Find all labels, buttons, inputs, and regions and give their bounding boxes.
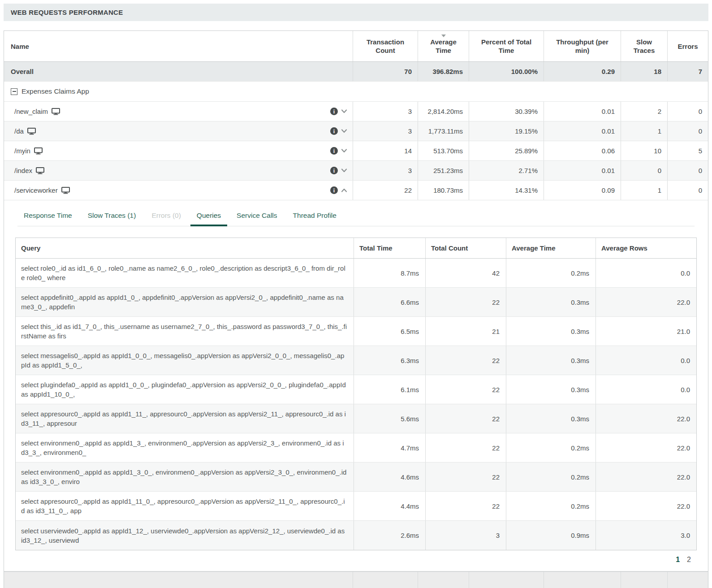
transaction-name[interactable]: /index: [14, 167, 32, 174]
query-average-rows: 22.0: [595, 433, 696, 462]
row-controls: i: [330, 186, 347, 194]
overall-average-time: 396.82ms: [418, 62, 469, 81]
average-time: 251.23ms: [418, 161, 469, 180]
monitor-icon: [36, 167, 44, 174]
query-row: select environmen0_.appId as appId1_3_0_…: [16, 463, 696, 492]
query-row: select appdefinit0_.appId as appId1_0_, …: [16, 288, 696, 317]
query-average-rows: 21.0: [595, 317, 696, 346]
overall-slow-traces: 18: [621, 62, 667, 81]
chevron-down-icon[interactable]: [341, 129, 347, 133]
query-total-time: 6.5ms: [354, 317, 425, 346]
column-header-name[interactable]: Name: [4, 31, 353, 61]
transaction-count: 14: [353, 141, 418, 160]
query-total-time: 2.6ms: [354, 521, 425, 550]
transaction-name[interactable]: /serviceworker: [14, 186, 58, 194]
info-icon[interactable]: i: [330, 147, 338, 155]
errors: 0: [667, 102, 708, 121]
overall-row: Overall 70 396.82ms 100.00% 0.29 18 7: [4, 62, 708, 82]
query-average-rows: 0.0: [595, 375, 696, 404]
slow-traces: 0: [621, 161, 667, 180]
errors: 0: [667, 121, 708, 141]
query-average-time: 0.2ms: [506, 492, 595, 520]
query-total-time: 6.3ms: [354, 346, 425, 375]
web-requests-performance-panel: WEB REQUESTS PERFORMANCE Name Transactio…: [4, 4, 708, 588]
column-header-average-time[interactable]: Average Time: [418, 31, 469, 61]
info-icon[interactable]: i: [330, 127, 338, 135]
query-average-time: 0.3ms: [506, 346, 595, 375]
query-text: select plugindefa0_.appId as appId1_0_0_…: [16, 375, 354, 404]
monitor-icon: [52, 108, 60, 115]
chevron-up-icon[interactable]: [341, 188, 347, 192]
info-icon[interactable]: i: [330, 167, 338, 174]
transaction-count: 3: [353, 121, 418, 141]
row-controls: i: [330, 108, 347, 115]
collapse-icon[interactable]: [11, 88, 17, 95]
tab-service-calls[interactable]: Service Calls: [230, 207, 283, 226]
column-header-total-count: Total Count: [425, 238, 506, 258]
column-header-percent-of-total-time[interactable]: Percent of Total Time: [469, 31, 544, 61]
transaction-count: 3: [353, 161, 418, 180]
query-average-time: 0.3ms: [506, 317, 595, 346]
query-text: select appresourc0_.appId as appId1_11_0…: [16, 492, 354, 520]
query-total-count: 22: [425, 288, 506, 316]
detail-tabs: Response TimeSlow Traces (1)Errors (0)Qu…: [17, 207, 695, 226]
query-average-time: 0.3ms: [506, 404, 595, 433]
pagination-page-2[interactable]: 2: [687, 556, 691, 564]
chevron-down-icon[interactable]: [341, 169, 347, 173]
column-header-average-time-label: Average Time: [426, 38, 461, 55]
transaction-count: 3: [353, 102, 418, 121]
query-row: select appresourc0_.appId as appId1_11_0…: [16, 492, 696, 521]
query-total-time: 8.7ms: [354, 259, 425, 287]
slow-traces: 1: [621, 121, 667, 141]
query-average-rows: 0.0: [595, 346, 696, 375]
monitor-icon: [27, 128, 36, 135]
percent-of-total-time: 25.89%: [469, 141, 544, 160]
sort-desc-icon: [441, 35, 446, 37]
chevron-down-icon[interactable]: [341, 109, 347, 113]
query-text: select appdefinit0_.appId as appId1_0_, …: [16, 288, 354, 316]
monitor-icon: [34, 147, 43, 155]
query-text: select this_.id as id1_7_0_, this_.usern…: [16, 317, 354, 346]
group-row-expenses-claims-app[interactable]: Expenses Claims App: [4, 82, 708, 102]
column-header-slow-traces[interactable]: Slow Traces: [621, 31, 667, 61]
throughput: 0.01: [544, 102, 621, 121]
transaction-name[interactable]: /myin: [14, 147, 30, 155]
average-time: 513.70ms: [418, 141, 469, 160]
errors: 0: [667, 161, 708, 180]
tab-slow-traces-1[interactable]: Slow Traces (1): [82, 207, 142, 226]
query-total-count: 22: [425, 463, 506, 491]
column-header-query: Query: [16, 238, 354, 258]
column-header-throughput[interactable]: Throughput (per min): [544, 31, 621, 61]
overall-throughput: 0.29: [544, 62, 621, 81]
transaction-row-da: /dai31,773.11ms19.15%0.0110: [4, 121, 708, 141]
transaction-row-index: /indexi3251.23ms2.71%0.0100: [4, 161, 708, 181]
query-row: select environmen0_.appId as appId1_3_, …: [16, 433, 696, 463]
percent-of-total-time: 30.39%: [469, 102, 544, 121]
transaction-row-new_claim: /new_claimi32,814.20ms30.39%0.0120: [4, 102, 708, 121]
tab-queries[interactable]: Queries: [190, 207, 227, 226]
row-controls: i: [330, 147, 347, 155]
query-average-rows: 22.0: [595, 492, 696, 520]
panel-titlebar: WEB REQUESTS PERFORMANCE: [4, 4, 708, 21]
query-total-count: 42: [425, 259, 506, 287]
transaction-row-myin: /myini14513.70ms25.89%0.06105: [4, 141, 708, 161]
tab-response-time[interactable]: Response Time: [17, 207, 78, 226]
transaction-name[interactable]: /da: [14, 127, 24, 135]
query-total-count: 22: [425, 433, 506, 462]
chevron-down-icon[interactable]: [341, 149, 347, 153]
pagination-page-1[interactable]: 1: [676, 556, 680, 564]
column-header-errors[interactable]: Errors: [667, 31, 708, 61]
average-time: 2,814.20ms: [418, 102, 469, 121]
tab-thread-profile[interactable]: Thread Profile: [287, 207, 343, 226]
query-total-count: 22: [425, 492, 506, 520]
overall-percent-of-total-time: 100.00%: [469, 62, 544, 81]
group-label: Expenses Claims App: [22, 87, 89, 95]
info-icon[interactable]: i: [330, 108, 338, 115]
tab-errors-0: Errors (0): [145, 207, 187, 226]
transaction-name[interactable]: /new_claim: [14, 108, 48, 115]
column-header-transaction-count[interactable]: Transaction Count: [353, 31, 418, 61]
average-time: 180.73ms: [418, 181, 469, 200]
info-icon[interactable]: i: [330, 186, 338, 194]
query-total-count: 21: [425, 317, 506, 346]
query-average-time: 0.2ms: [506, 433, 595, 462]
